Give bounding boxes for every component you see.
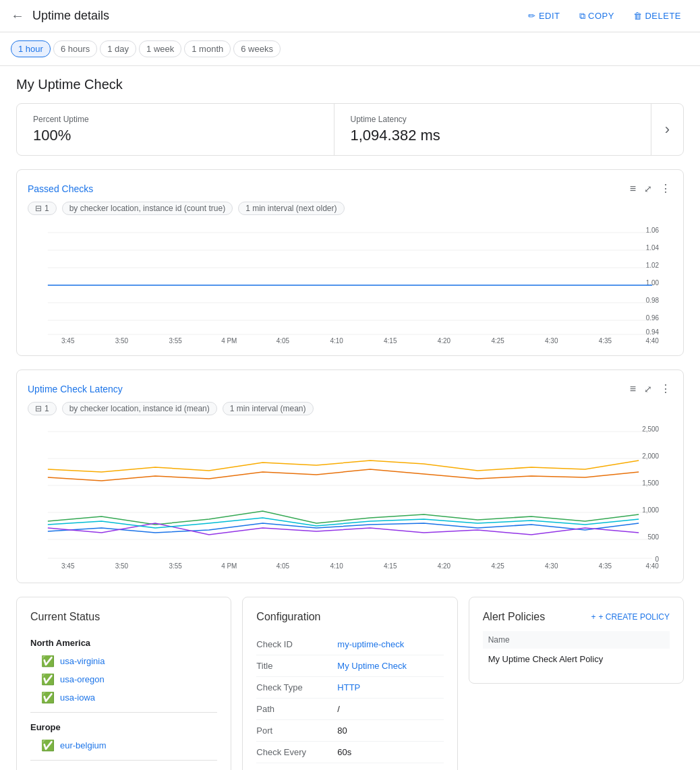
passed-checks-title: Passed Checks [28,183,629,194]
config-key-path: Path [256,704,337,714]
latency-chart-title: Uptime Check Latency [28,384,629,394]
config-key-check-type: Check Type [256,682,337,692]
filter-icon-1: ⊟ [35,204,42,213]
edit-icon: ✏ [528,11,536,21]
check-icon-iowa: ✅ [41,691,55,704]
svg-text:0.94: 0.94 [646,328,660,336]
expand-icon[interactable] [643,182,653,196]
metrics-next-button[interactable]: › [651,104,683,155]
region-asia-pacific: Asia Pacific [30,766,217,770]
latency-chart-header: Uptime Check Latency [28,381,672,396]
check-icon-oregon: ✅ [41,673,55,686]
location-virginia[interactable]: usa-virginia [60,656,105,666]
config-key-check-every: Check Every [256,747,337,757]
svg-text:4:40: 4:40 [645,562,659,570]
uptime-check-title: My Uptime Check [16,77,684,92]
percent-uptime-label: Percent Uptime [33,115,318,124]
alert-policies-header: Alert Policies + + CREATE POLICY [483,611,670,623]
percent-uptime-metric: Percent Uptime 100% [17,104,334,155]
config-row-check-every: Check Every 60s [256,742,443,763]
passed-checks-chart-card: Passed Checks ⊟ 1 by checker location, i… [16,169,684,356]
passed-checks-chart-area: 1.06 1.04 1.02 1.00 0.98 0.96 0.94 3:45 [28,223,672,345]
svg-text:1,500: 1,500 [642,479,659,487]
alert-policy-row-1[interactable]: My Uptime Check Alert Policy [483,649,670,670]
svg-text:1.02: 1.02 [646,262,660,269]
more-options-icon[interactable] [659,181,672,196]
edit-button[interactable]: ✏ EDIT [520,7,568,26]
tab-1day[interactable]: 1 day [100,40,136,57]
config-val-check-id[interactable]: my-uptime-check [337,639,404,649]
delete-icon: 🗑 [633,11,643,21]
list-view-icon[interactable] [629,181,637,196]
config-row-path: Path / [256,699,443,720]
svg-text:4:40: 4:40 [645,337,659,345]
latency-more-icon[interactable] [659,381,672,396]
page-header: Uptime details ✏ EDIT ⧉ COPY 🗑 DELETE [0,0,700,32]
svg-text:4:05: 4:05 [276,562,290,570]
config-val-port: 80 [337,725,347,736]
config-row-port: Port 80 [256,720,443,742]
tab-1hour[interactable]: 1 hour [11,40,51,57]
region-europe: Europe [30,718,217,736]
latency-filter-icon: ⊟ [35,404,42,413]
copy-button[interactable]: ⧉ COPY [571,7,622,26]
alert-policies-card: Alert Policies + + CREATE POLICY Name My… [469,597,684,684]
tab-6weeks[interactable]: 6 weeks [233,40,281,57]
config-table: Check ID my-uptime-check Title My Uptime… [256,634,443,770]
svg-text:4:25: 4:25 [491,337,504,345]
svg-text:500: 500 [647,533,659,541]
latency-filter-chip-3[interactable]: 1 min interval (mean) [223,402,314,415]
time-range-tabs: 1 hour 6 hours 1 day 1 week 1 month 6 we… [0,32,700,66]
config-row-check-type: Check Type HTTP [256,677,443,699]
location-belgium[interactable]: eur-belgium [60,740,107,750]
config-val-check-every: 60s [337,747,351,757]
latency-svg: 2,500 2,000 1,500 1,000 500 0 [28,423,672,572]
svg-text:4:35: 4:35 [599,337,612,345]
latency-chart-actions [629,381,672,396]
back-button[interactable] [11,8,24,24]
create-policy-button[interactable]: + + CREATE POLICY [591,612,670,622]
status-divider-2 [30,760,217,761]
bottom-row: Current Status North America ✅ usa-virgi… [16,597,684,770]
svg-text:4 PM: 4 PM [221,337,237,345]
svg-text:4:35: 4:35 [599,562,612,570]
svg-text:3:55: 3:55 [169,337,182,345]
passed-checks-header: Passed Checks [28,181,672,196]
passed-checks-filters: ⊟ 1 by checker location, instance id (co… [28,202,672,215]
uptime-latency-metric: Uptime Latency 1,094.382 ms [334,104,651,155]
check-icon-virginia: ✅ [41,655,55,668]
alert-col-header: Name [483,631,670,649]
passed-checks-actions [629,181,672,196]
config-key-port: Port [256,725,337,736]
config-val-check-type[interactable]: HTTP [337,682,360,692]
latency-filter-chip-1[interactable]: ⊟ 1 [28,402,57,415]
location-oregon[interactable]: usa-oregon [60,674,105,684]
status-divider-1 [30,712,217,713]
svg-text:3:50: 3:50 [115,337,129,345]
filter-chip-1[interactable]: ⊟ 1 [28,202,57,215]
latency-expand-icon[interactable] [643,382,653,396]
tab-6hours[interactable]: 6 hours [53,40,97,57]
delete-button[interactable]: 🗑 DELETE [625,7,689,26]
svg-text:4:20: 4:20 [438,562,451,570]
svg-text:1.04: 1.04 [646,244,660,251]
svg-text:4:20: 4:20 [438,337,451,345]
svg-text:1,000: 1,000 [642,506,659,514]
latency-list-icon[interactable] [629,382,637,396]
location-iowa[interactable]: usa-iowa [60,692,95,703]
svg-text:4:05: 4:05 [276,337,290,345]
tab-1week[interactable]: 1 week [139,40,181,57]
tab-1month[interactable]: 1 month [184,40,231,57]
configuration-card: Configuration Check ID my-uptime-check T… [242,597,457,770]
config-key-title: Title [256,661,337,671]
svg-text:0.96: 0.96 [646,314,660,322]
config-row-title: Title My Uptime Check [256,655,443,677]
filter-chip-2[interactable]: by checker location, instance id (count … [62,202,233,215]
svg-text:4:30: 4:30 [545,562,558,570]
filter-chip-3[interactable]: 1 min interval (next older) [238,202,344,215]
latency-filter-chip-2[interactable]: by checker location, instance id (mean) [62,402,217,415]
header-actions: ✏ EDIT ⧉ COPY 🗑 DELETE [520,7,689,26]
svg-text:2,000: 2,000 [642,452,659,460]
uptime-latency-value: 1,094.382 ms [351,127,635,144]
config-val-title[interactable]: My Uptime Check [337,661,407,671]
